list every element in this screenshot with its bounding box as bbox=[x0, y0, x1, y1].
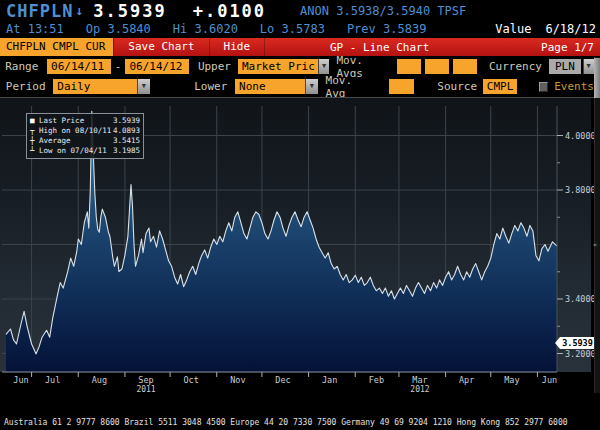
legend-value: 3.5415 bbox=[113, 136, 140, 146]
bid-ask-quote: ANON 3.5938/3.5940 TPSF bbox=[300, 4, 466, 18]
period-dropdown-arrow-icon[interactable]: ▼ bbox=[137, 79, 150, 94]
quote-header: CHFPLN ↓ 3.5939 +.0100 ANON 3.5938/3.594… bbox=[6, 1, 596, 20]
y-axis-price-label: 3.4000 bbox=[565, 294, 596, 304]
lower-dropdown-arrow-icon[interactable]: ▼ bbox=[305, 79, 318, 94]
x-axis-month-label: May bbox=[504, 375, 519, 385]
mov-avg-input[interactable] bbox=[389, 79, 414, 94]
open-price: Op 3.5840 bbox=[86, 22, 151, 36]
range-to-input[interactable]: 06/14/12 bbox=[125, 59, 189, 74]
upper-label: Upper bbox=[198, 60, 231, 73]
x-axis-year-label: 2011 bbox=[136, 385, 155, 394]
footer-phones-line1: Australia 61 2 9777 8600 Brazil 5511 304… bbox=[4, 417, 596, 428]
upper-select[interactable]: Market Pric bbox=[238, 59, 318, 74]
mov-avg-label: Mov. Avg bbox=[326, 74, 377, 100]
x-axis-month-label: Feb bbox=[369, 375, 384, 385]
x-axis-month-label: Apr bbox=[459, 375, 474, 385]
period-select[interactable]: Daily bbox=[53, 79, 137, 94]
source-label: Source bbox=[437, 80, 477, 93]
prev-price: Prev 3.5839 bbox=[347, 22, 426, 36]
x-axis-month-label: Jan bbox=[322, 375, 337, 385]
legend-label: Last Price bbox=[39, 116, 84, 126]
hide-button[interactable]: Hide bbox=[210, 38, 266, 56]
scrollbar-track[interactable] bbox=[594, 57, 600, 393]
last-price-badge: 3.5939 bbox=[560, 337, 595, 349]
events-label: Events bbox=[554, 80, 594, 93]
currency-label: Currency bbox=[489, 60, 542, 73]
x-axis-month-label: Aug bbox=[92, 375, 107, 385]
terminal-footer: Australia 61 2 9777 8600 Brazil 5511 304… bbox=[4, 395, 596, 430]
x-axis-month-label: Jun bbox=[542, 375, 557, 385]
x-axis-month-label: Nov bbox=[230, 375, 245, 385]
x-axis-month-label: Mar bbox=[412, 375, 427, 385]
y-axis-price-label: 4.0000 bbox=[565, 131, 596, 141]
currency-dropdown-arrow-icon[interactable]: ▼ bbox=[583, 59, 594, 74]
low-price: Lo 3.5783 bbox=[260, 22, 325, 36]
value-label: Value bbox=[495, 22, 531, 36]
legend-value: 3.5939 bbox=[113, 116, 140, 126]
at-time: At 13:51 bbox=[6, 22, 64, 36]
controls-row-2: Period Daily ▼ Lower None ▼ Mov. Avg Sou… bbox=[0, 77, 594, 96]
legend-marker-icon: ┼ bbox=[30, 136, 39, 146]
legend-row: ■Last Price3.5939 bbox=[30, 116, 140, 126]
legend-marker-icon: ┬ bbox=[30, 126, 39, 136]
chart-legend: ■Last Price3.5939┬High on 08/10/114.0893… bbox=[26, 113, 144, 159]
scrollbar-notch-icon: « bbox=[593, 240, 600, 250]
y-axis-price-label: 3.2000 bbox=[565, 349, 596, 359]
legend-value: 4.0893 bbox=[113, 126, 140, 136]
x-axis-month-label: Jul bbox=[45, 375, 60, 385]
range-from-input[interactable]: 06/14/11 bbox=[47, 59, 111, 74]
menubar: CHFPLN CMPL CUR Save Chart Hide GP - Lin… bbox=[0, 38, 600, 56]
scrollbar-thumb[interactable] bbox=[594, 58, 600, 98]
chart-region: JunJulAugSepOctNovDecJanFebMarAprMayJun2… bbox=[0, 97, 600, 394]
legend-label: Low on 07/04/11 bbox=[39, 146, 107, 156]
period-label: Period bbox=[6, 80, 46, 93]
value-date: 6/18/12 bbox=[545, 22, 596, 36]
controls-row-1: Range 06/14/11 - 06/14/12 Upper Market P… bbox=[0, 57, 594, 76]
mov-avg-input-3[interactable] bbox=[453, 59, 477, 74]
source-field[interactable]: CMPL bbox=[483, 79, 518, 94]
x-axis-month-label: Dec bbox=[275, 375, 290, 385]
legend-row: ┼Average3.5415 bbox=[30, 136, 140, 146]
range-separator: - bbox=[115, 60, 122, 73]
lower-select[interactable]: None bbox=[235, 79, 305, 94]
x-axis-year-label: 2012 bbox=[410, 385, 429, 394]
lower-label: Lower bbox=[194, 80, 227, 93]
legend-label: High on 08/10/11 bbox=[39, 126, 111, 136]
legend-marker-icon: ┴ bbox=[30, 146, 39, 156]
currency-select[interactable]: PLN bbox=[549, 59, 581, 74]
high-price: Hi 3.6020 bbox=[173, 22, 238, 36]
last-price: 3.5939 bbox=[93, 1, 166, 21]
quote-subheader: At 13:51 Op 3.5840 Hi 3.6020 Lo 3.5783 P… bbox=[6, 21, 596, 36]
mov-avg-input-2[interactable] bbox=[425, 59, 449, 74]
save-chart-button[interactable]: Save Chart bbox=[114, 38, 209, 56]
legend-value: 3.1985 bbox=[113, 146, 140, 156]
range-label: Range bbox=[5, 60, 38, 73]
events-checkbox[interactable] bbox=[539, 82, 549, 92]
legend-marker-icon: ■ bbox=[30, 116, 39, 126]
upper-dropdown-arrow-icon[interactable]: ▼ bbox=[318, 59, 329, 74]
page-indicator[interactable]: Page 1/7 bbox=[541, 41, 600, 54]
x-axis-month-label: Jun bbox=[13, 375, 28, 385]
mov-avg-input-1[interactable] bbox=[397, 59, 421, 74]
ticker-symbol: CHFPLN bbox=[6, 1, 73, 21]
legend-row: ┴Low on 07/04/113.1985 bbox=[30, 146, 140, 156]
x-axis-month-label: Oct bbox=[183, 375, 198, 385]
price-down-arrow-icon: ↓ bbox=[75, 3, 83, 18]
chart-function-title: GP - Line Chart bbox=[330, 41, 429, 54]
legend-label: Average bbox=[39, 136, 71, 146]
price-change: +.0100 bbox=[193, 1, 266, 21]
legend-row: ┬High on 08/10/114.0893 bbox=[30, 126, 140, 136]
security-tab[interactable]: CHFPLN CMPL CUR bbox=[0, 38, 114, 56]
bloomberg-terminal: CHFPLN ↓ 3.5939 +.0100 ANON 3.5938/3.594… bbox=[0, 0, 600, 430]
y-axis-price-label: 3.8000 bbox=[565, 185, 596, 195]
x-axis-month-label: Sep bbox=[138, 375, 153, 385]
